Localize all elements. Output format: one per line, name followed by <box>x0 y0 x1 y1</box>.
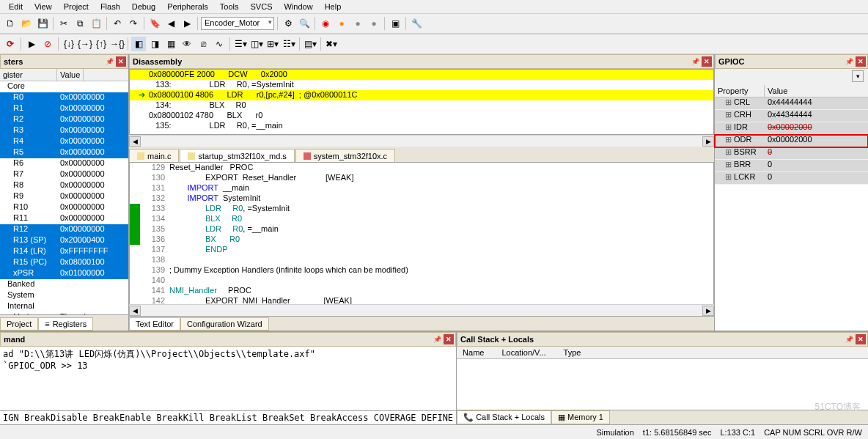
code-line[interactable]: EXPORT NMI_Handler [WEAK] <box>169 296 713 304</box>
rec2-icon[interactable]: ● <box>367 16 381 31</box>
close-icon[interactable]: ✕ <box>856 334 866 344</box>
register-row[interactable]: R13 (SP)0x20000400 <box>0 235 128 246</box>
scroll-left-icon[interactable]: ◀ <box>129 136 141 147</box>
step-in-icon[interactable]: {↓} <box>62 37 76 51</box>
view-sym-icon[interactable]: ⊞▾ <box>265 37 280 51</box>
scroll-right-icon[interactable]: ▶ <box>702 136 714 147</box>
code-line[interactable]: ENDP <box>169 245 713 255</box>
debug-icon[interactable]: ◉ <box>318 16 333 31</box>
find-icon[interactable]: 🔍 <box>297 16 312 31</box>
code-line[interactable] <box>169 255 713 265</box>
register-row[interactable]: R70x00000000 <box>0 169 128 180</box>
menu-peripherals[interactable]: Peripherals <box>161 1 214 12</box>
step-over-icon[interactable]: {→} <box>78 37 92 51</box>
code-line[interactable]: ; Dummy Exception Handlers (infinite loo… <box>169 265 713 276</box>
register-row[interactable]: System <box>0 290 128 301</box>
stop-rec-icon[interactable]: ● <box>350 16 365 31</box>
paste-icon[interactable]: 📋 <box>89 16 103 31</box>
callstack-tab[interactable]: 📞 Call Stack + Locals <box>457 410 551 424</box>
code-line[interactable]: Reset_Handler PROC <box>169 163 713 173</box>
view-watch-icon[interactable]: 👁 <box>180 37 194 51</box>
undo-icon[interactable]: ↶ <box>110 16 125 31</box>
open-icon[interactable]: 📂 <box>19 16 34 31</box>
code-editor[interactable]: 1291301311321331341351361371381391401411… <box>129 163 714 304</box>
code-line[interactable] <box>169 276 713 286</box>
code-line[interactable]: BLX R0 <box>169 214 713 224</box>
pin-icon[interactable]: 📌 <box>690 56 700 67</box>
code-line[interactable]: IMPORT __main <box>169 183 713 193</box>
step-out-icon[interactable]: {↑} <box>94 37 108 51</box>
register-row[interactable]: R120x00000000 <box>0 224 128 235</box>
bookmark-prev-icon[interactable]: ◀ <box>163 16 178 31</box>
stop-icon[interactable]: ⊘ <box>40 37 55 51</box>
gpioc-row-CRL[interactable]: ⊞ CRL0x44444444 <box>715 97 868 110</box>
gpioc-row-CRH[interactable]: ⊞ CRH0x44344444 <box>715 110 868 122</box>
pin-icon[interactable]: 📌 <box>104 56 114 67</box>
disasm-line[interactable]: ➔0x08000100 4806 LDR r0,[pc,#24] ; @0x08… <box>130 90 713 100</box>
menubar[interactable]: EditViewProjectFlashDebugPeripheralsTool… <box>0 0 868 13</box>
menu-view[interactable]: View <box>29 1 58 12</box>
gpioc-row-LCKR[interactable]: ⊞ LCKR0 <box>715 172 868 185</box>
wrench-icon[interactable]: 🔧 <box>409 16 424 31</box>
code-line[interactable]: LDR R0, =SystemInit <box>169 204 713 214</box>
editor-hscroll[interactable]: ◀▶ <box>129 304 714 316</box>
close-icon[interactable]: ✕ <box>702 56 712 67</box>
disasm-line[interactable]: 0x08000102 4780 BLX r0 <box>130 111 713 121</box>
close-icon[interactable]: ✕ <box>116 56 126 67</box>
target-combo[interactable]: Encoder_Motor <box>201 17 274 30</box>
callstack-tab[interactable]: ▦ Memory 1 <box>551 410 610 424</box>
menu-project[interactable]: Project <box>58 1 95 12</box>
menu-flash[interactable]: Flash <box>95 1 126 12</box>
register-row[interactable]: R40x00000000 <box>0 136 128 147</box>
code-line[interactable]: NMI_Handler PROC <box>169 286 713 296</box>
register-row[interactable]: R100x00000000 <box>0 202 128 213</box>
register-row[interactable]: R14 (LR)0xFFFFFFFF <box>0 246 128 257</box>
register-row[interactable]: R90x00000000 <box>0 191 128 202</box>
editor-tab[interactable]: Configuration Wizard <box>180 317 269 331</box>
view-perf-icon[interactable]: ☷▾ <box>282 37 296 51</box>
gpioc-row-ODR[interactable]: ⊞ ODR0x00002000 <box>715 135 868 147</box>
disassembly-hscroll[interactable]: ◀▶ <box>129 135 714 147</box>
gpioc-row-BRR[interactable]: ⊞ BRR0 <box>715 160 868 172</box>
bookmark-icon[interactable]: 🔖 <box>147 16 162 31</box>
rec-icon[interactable]: ● <box>334 16 349 31</box>
menu-window[interactable]: Window <box>279 1 319 12</box>
register-row[interactable]: R00x00000000 <box>0 92 128 103</box>
menu-debug[interactable]: Debug <box>126 1 161 12</box>
view-serial-icon[interactable]: ⎚ <box>196 37 210 51</box>
code-tab[interactable]: main.c <box>129 149 179 162</box>
disasm-line[interactable]: 133: LDR R0, =SystemInit <box>130 80 713 90</box>
disassembly-pane[interactable]: 0x080000FE 2000 DCW 0x2000 133: LDR R0, … <box>129 69 714 135</box>
left-tab-registers[interactable]: ≡Registers <box>38 317 93 331</box>
disasm-line[interactable]: 0x080000FE 2000 DCW 0x2000 <box>130 70 713 80</box>
run-to-icon[interactable]: →{} <box>110 37 125 51</box>
bookmark-next-icon[interactable]: ▶ <box>180 16 194 31</box>
window-icon[interactable]: ▣ <box>388 16 402 31</box>
gpioc-row-BSRR[interactable]: ⊞ BSRR0 <box>715 147 868 160</box>
code-line[interactable]: BX R0 <box>169 235 713 245</box>
code-tab[interactable]: startup_stm32f10x_md.s <box>180 149 294 162</box>
register-row[interactable]: Banked <box>0 279 128 290</box>
register-row[interactable]: R10x00000000 <box>0 103 128 114</box>
register-row[interactable]: R110x00000000 <box>0 213 128 224</box>
register-row[interactable]: R15 (PC)0x08000100 <box>0 257 128 268</box>
callstack-body[interactable] <box>457 359 868 410</box>
code-line[interactable]: LDR R0, =__main <box>169 224 713 235</box>
gpioc-table[interactable]: ⊞ CRL0x44444444⊞ CRH0x44344444⊞ IDR0x000… <box>715 97 868 331</box>
view-regs-icon[interactable]: ◨ <box>147 37 162 51</box>
register-row[interactable]: R30x00000000 <box>0 125 128 136</box>
editor-tab[interactable]: Text Editor <box>129 317 180 331</box>
code-line[interactable]: IMPORT SystemInit <box>169 193 713 204</box>
register-row[interactable]: Internal <box>0 301 128 312</box>
view-la-icon[interactable]: ∿ <box>212 37 227 51</box>
left-tab-project[interactable]: Project <box>0 317 38 331</box>
register-row[interactable]: xPSR0x01000000 <box>0 268 128 279</box>
copy-icon[interactable]: ⧉ <box>73 16 87 31</box>
view-disasm-icon[interactable]: ◧ <box>131 37 146 51</box>
code-line[interactable]: EXPORT Reset_Handler [WEAK] <box>169 173 713 183</box>
code-tab[interactable]: system_stm32f10x.c <box>295 149 395 162</box>
close-icon[interactable]: ✕ <box>856 56 866 67</box>
run-icon[interactable]: ▶ <box>24 37 39 51</box>
register-row[interactable]: R60x00000000 <box>0 158 128 169</box>
view-cs-icon[interactable]: ☰▾ <box>233 37 248 51</box>
